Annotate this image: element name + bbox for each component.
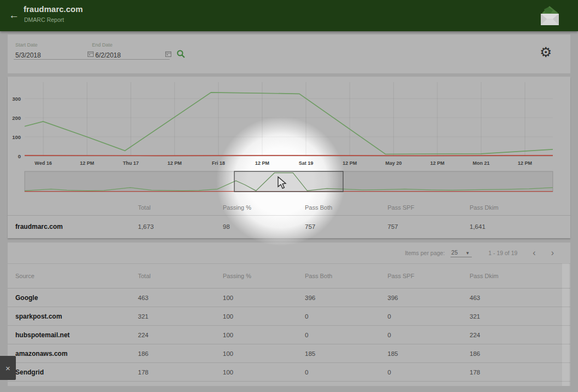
row-total: 224 (138, 332, 223, 338)
source-table-card: Items per page: 25▼ 1 - 19 of 19 ‹ › Sou… (8, 243, 570, 386)
caret-down-icon: ▼ (465, 251, 470, 256)
summary-pass-dkim: 1,641 (470, 223, 570, 230)
row-source: Sendgrid (15, 368, 138, 376)
table-row[interactable]: sparkpost.com 321 100 0 0 321 (8, 307, 570, 326)
source-table-header: Source Total Passing % Pass Both Pass SP… (8, 263, 570, 289)
summary-pass-both: 757 (305, 223, 388, 230)
col-pass-both: Pass Both (305, 273, 388, 279)
summary-pass-spf: 757 (388, 223, 470, 230)
row-passing: 100 (223, 295, 305, 301)
app-bar: ← fraudmarc.com DMARC Report (0, 0, 578, 31)
start-date-label: Start Date (15, 42, 38, 48)
summary-total: 1,673 (138, 223, 223, 230)
row-passing: 100 (223, 369, 305, 376)
brush-selection[interactable] (234, 171, 343, 192)
items-per-page-label: Items per page: (405, 250, 445, 256)
row-source: sparkpost.com (15, 313, 138, 320)
row-total: 178 (138, 369, 223, 376)
row-source: hubspotemail.net (15, 331, 138, 339)
row-total: 321 (138, 313, 223, 320)
row-pass-spf: 0 (388, 332, 470, 338)
summary-row: fraudmarc.com 1,673 98 757 757 1,641 (8, 216, 570, 238)
summary-domain: fraudmarc.com (15, 223, 138, 230)
paginator: Items per page: 25▼ 1 - 19 of 19 ‹ › (405, 243, 554, 263)
page-subtitle: DMARC Report (24, 16, 64, 23)
row-pass-both: 0 (305, 369, 388, 376)
row-pass-dkim: 463 (470, 295, 570, 301)
col-pass-spf: Pass SPF (388, 273, 470, 279)
col-source: Source (15, 273, 138, 279)
row-total: 463 (138, 295, 223, 301)
row-pass-dkim: 178 (470, 369, 570, 376)
summary-passing: 98 (223, 223, 305, 230)
col-passing: Passing % (223, 273, 305, 279)
row-pass-dkim: 186 (470, 350, 570, 357)
row-pass-dkim: 321 (470, 313, 570, 320)
calendar-icon[interactable] (88, 51, 94, 57)
next-page-button[interactable]: › (551, 249, 554, 257)
envelope-logo-icon (537, 3, 562, 28)
summary-col-pass-dkim: Pass Dkim (470, 204, 570, 211)
prev-page-button[interactable]: ‹ (533, 249, 535, 257)
summary-col-pass-both: Pass Both (305, 204, 388, 211)
page-title: fraudmarc.com (24, 4, 83, 14)
table-row[interactable]: Sendgrid 178 100 0 0 178 (8, 363, 570, 382)
chart-card: Total Passing % Pass Both Pass SPF Pass … (8, 77, 570, 238)
end-date-label: End Date (92, 42, 113, 48)
date-field-underline (14, 59, 170, 60)
col-total: Total (138, 273, 223, 279)
row-pass-dkim: 224 (470, 332, 570, 338)
start-date-input[interactable]: 5/3/2018 (15, 51, 41, 59)
settings-gear-icon[interactable]: ⚙ (540, 44, 552, 60)
date-filter-card: Start Date 5/3/2018 End Date 6/2/2018 ⚙ (8, 34, 570, 73)
table-row[interactable]: hubspotemail.net 224 100 0 0 224 (8, 326, 570, 344)
table-row[interactable]: Google 463 100 396 396 463 (8, 289, 570, 307)
row-passing: 100 (223, 350, 305, 357)
row-pass-both: 0 (305, 313, 388, 320)
row-source: Google (15, 294, 138, 302)
row-pass-spf: 0 (388, 369, 470, 376)
back-arrow-icon[interactable]: ← (9, 9, 19, 21)
row-total: 186 (138, 350, 223, 357)
row-passing: 100 (223, 313, 305, 320)
items-per-page-select[interactable]: 25▼ (450, 249, 472, 257)
row-pass-both: 0 (305, 332, 388, 338)
mouse-cursor (276, 176, 288, 189)
summary-col-pass-spf: Pass SPF (388, 204, 470, 211)
row-passing: 100 (223, 332, 305, 338)
row-pass-spf: 0 (388, 313, 470, 320)
end-date-input[interactable]: 6/2/2018 (95, 51, 121, 59)
page-range-label: 1 - 19 of 19 (488, 250, 517, 256)
search-icon[interactable] (176, 49, 186, 59)
table-row[interactable]: amazonaws.com 186 100 185 185 186 (8, 344, 570, 363)
close-overlay-button[interactable]: × (0, 356, 16, 380)
row-pass-spf: 185 (388, 350, 470, 357)
summary-col-passing: Passing % (223, 204, 305, 211)
row-source: amazonaws.com (15, 350, 138, 358)
col-pass-dkim: Pass Dkim (470, 273, 570, 279)
row-pass-spf: 396 (388, 295, 470, 301)
summary-col-total: Total (138, 204, 223, 211)
summary-table: Total Passing % Pass Both Pass SPF Pass … (8, 199, 570, 238)
row-pass-both: 396 (305, 295, 388, 301)
row-pass-both: 185 (305, 350, 388, 357)
calendar-icon[interactable] (165, 51, 171, 57)
